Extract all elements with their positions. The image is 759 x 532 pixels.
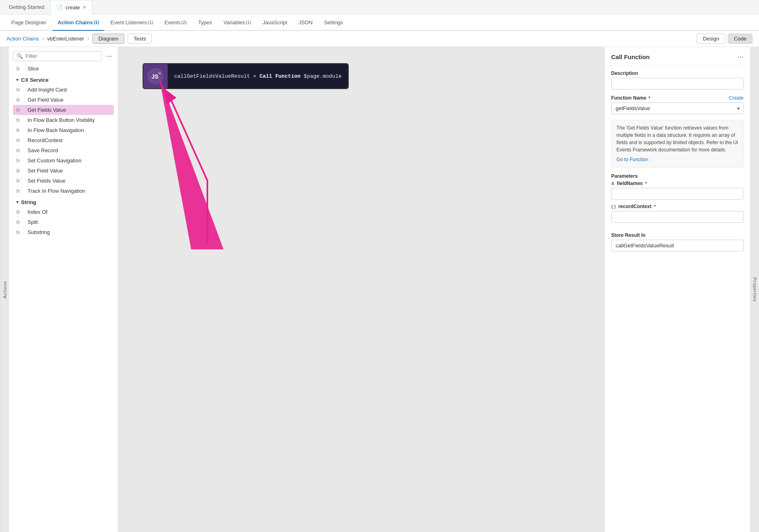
svg-marker-2 (159, 75, 224, 249)
canvas-node[interactable]: JS callGetFieldsValueResult = Call Funct… (143, 63, 349, 89)
right-panel: Call Function ··· Description Function N… (604, 47, 750, 532)
nav-variables-badge: (1) (246, 20, 251, 25)
properties-sidebar-label: Properties (750, 47, 759, 532)
nav-events[interactable]: Events(2) (160, 15, 192, 31)
action-item-track-in-flow-nav[interactable]: fx Track In Flow Navigation (13, 186, 114, 196)
create-link[interactable]: Create (729, 95, 744, 101)
fx-icon: fx (16, 178, 24, 184)
nav-variables[interactable]: Variables(1) (219, 15, 256, 31)
svg-text:JS: JS (151, 73, 158, 80)
breadcrumb-root[interactable]: Action Chains (6, 36, 39, 42)
function-name-select[interactable]: getFieldsValue (611, 102, 744, 114)
action-item-set-custom-nav[interactable]: fx Set Custom Navigation (13, 155, 114, 166)
action-item-set-fields-value[interactable]: fx Set Fields Value (13, 176, 114, 186)
actions-sidebar-label: Actions (0, 47, 9, 532)
param-fieldnames-input[interactable] (611, 188, 744, 200)
section-string[interactable]: ▾ String (13, 196, 114, 207)
tab-close-button[interactable]: ✕ (83, 5, 86, 10)
action-label: Save Record (28, 147, 58, 153)
store-result-section: Store Result In (611, 232, 744, 251)
code-button[interactable]: Code (728, 34, 753, 44)
fx-icon: fx (16, 158, 24, 164)
action-item-slice[interactable]: fx Slice (13, 64, 114, 74)
nav-json-label: JSON (298, 19, 313, 26)
nav-event-listeners-badge: (1) (147, 20, 153, 25)
nav-action-chains[interactable]: Action Chains(1) (53, 15, 104, 31)
fx-icon: fx (16, 168, 24, 174)
nav-page-designer-label: Page Designer (11, 19, 46, 26)
right-panel-body: Description Function Name * Create getFi… (605, 66, 750, 256)
more-options-button[interactable]: ··· (104, 51, 114, 61)
fx-icon: fx (16, 117, 24, 123)
action-item-save-record[interactable]: fx Save Record (13, 145, 114, 155)
fx-icon: fx (16, 107, 24, 113)
action-label: Slice (28, 66, 39, 72)
nav-types-label: Types (198, 19, 212, 26)
action-item-split[interactable]: fx Split (13, 217, 114, 227)
actions-search-bar: 🔍 ··· (9, 47, 118, 64)
goto-function-link[interactable]: Go to Function (616, 156, 738, 163)
function-name-label: Function Name * Create (611, 95, 744, 101)
diagram-button[interactable]: Diagram (92, 34, 124, 44)
description-field: Description (611, 70, 744, 89)
nav-event-listeners[interactable]: Event Listeners(1) (106, 15, 158, 31)
section-cx-service[interactable]: ▾ CX Service (13, 74, 114, 85)
search-icon: 🔍 (17, 53, 23, 59)
nav-page-designer[interactable]: Page Designer (6, 15, 51, 31)
action-label: RecordContext (28, 137, 63, 143)
tab-create-label: create (65, 4, 80, 11)
param-required-marker: * (645, 181, 647, 186)
fx-icon: fx (16, 97, 24, 103)
description-label: Description (611, 70, 744, 76)
action-item-in-flow-back-btn-visibility[interactable]: fx In Flow Back Button Visibility (13, 115, 114, 125)
function-name-select-wrapper: getFieldsValue ▾ (611, 102, 744, 114)
right-panel-more-button[interactable]: ··· (738, 53, 744, 61)
tests-button[interactable]: Tests (128, 34, 152, 44)
action-item-in-flow-back-nav[interactable]: fx In Flow Back Navigation (13, 125, 114, 135)
action-item-get-fields-value[interactable]: fx Get Fields Value (13, 105, 114, 115)
search-input[interactable] (26, 53, 98, 59)
action-item-record-context[interactable]: fx RecordContext (13, 135, 114, 145)
fx-icon: fx (16, 87, 24, 93)
actions-panel: 🔍 ··· fx Slice ▾ CX Service fx Add Insig… (9, 47, 118, 532)
action-item-substring[interactable]: fx Substring (13, 227, 114, 237)
action-label: Split (28, 219, 38, 225)
action-item-get-field-value[interactable]: fx Get Field Value (13, 95, 114, 105)
breadcrumb: Action Chains › vbEnterListener › Diagra… (0, 31, 759, 47)
actions-list: fx Slice ▾ CX Service fx Add Insight Car… (9, 64, 118, 532)
tab-create[interactable]: 📄 create ✕ (50, 0, 92, 15)
action-item-add-insight-card[interactable]: fx Add Insight Card (13, 85, 114, 95)
action-item-index-of[interactable]: fx Index Of (13, 207, 114, 217)
node-text-suffix: $page.module (301, 73, 341, 79)
description-input[interactable] (611, 78, 744, 89)
node-text: callGetFieldsValueResult = Call Function… (168, 69, 348, 83)
param-required-marker: * (654, 204, 656, 209)
section-cx-service-label: CX Service (21, 77, 49, 83)
js-icon: JS (150, 70, 161, 82)
store-result-input[interactable] (611, 240, 744, 251)
nav-events-label: Events (164, 19, 181, 26)
param-recordcontext-input[interactable] (611, 211, 744, 223)
fx-icon: fx (16, 188, 24, 194)
node-icon: JS (147, 68, 164, 84)
canvas-area: JS callGetFieldsValueResult = Call Funct… (118, 47, 604, 532)
nav-javascript[interactable]: JavaScript (258, 15, 292, 31)
tab-getting-started-label: Getting Started (9, 4, 44, 10)
nav-action-chains-badge: (1) (94, 20, 99, 25)
parameters-section: Parameters A fieldNames * { } recordCont… (611, 173, 744, 227)
right-panel-title: Call Function (611, 53, 650, 60)
action-item-set-field-value[interactable]: fx Set Field Value (13, 166, 114, 176)
fx-icon: fx (16, 209, 24, 215)
nav-events-badge: (2) (181, 20, 187, 25)
section-string-label: String (21, 199, 36, 205)
nav-bar: Page Designer Action Chains(1) Event Lis… (0, 15, 759, 31)
tab-getting-started[interactable]: Getting Started (3, 0, 50, 15)
param-fieldnames: A fieldNames * (611, 181, 744, 200)
nav-json[interactable]: JSON (294, 15, 318, 31)
design-button[interactable]: Design (697, 34, 725, 44)
nav-settings[interactable]: Settings (319, 15, 348, 31)
action-label: Substring (28, 229, 50, 235)
nav-types[interactable]: Types (193, 15, 217, 31)
action-label: Index Of (28, 209, 47, 215)
nav-settings-label: Settings (324, 19, 343, 26)
